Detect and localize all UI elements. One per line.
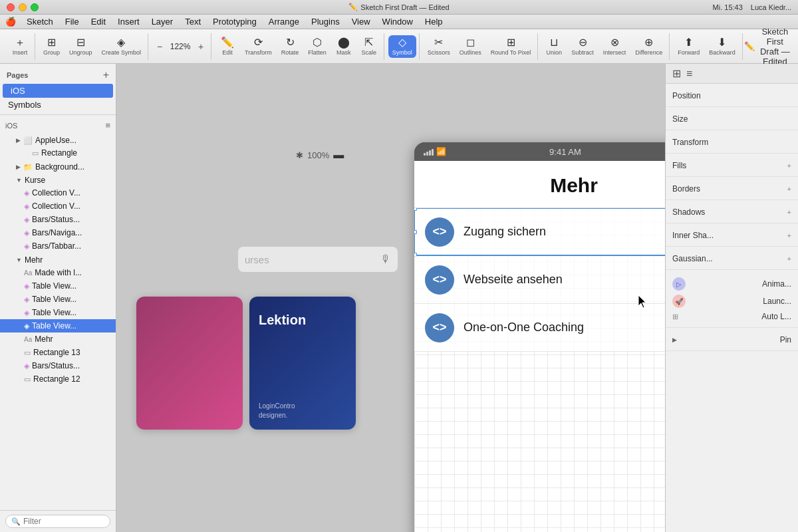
zoom-in-button[interactable]: + [195,41,207,53]
mic-icon[interactable]: 🎙 [380,253,391,265]
layer-bars-naviga[interactable]: ◈ Bars/Naviga... [0,226,116,239]
flatten-button[interactable]: ⬡ Flatten [304,35,331,58]
layer-rect12[interactable]: ▭ Rectangle 12 [0,372,116,386]
layer-collection-v2[interactable]: ◈ Collection V... [0,200,116,213]
transform-button[interactable]: ⟳ Transform [241,35,276,58]
fills-label[interactable]: Fills [672,161,686,170]
position-label[interactable]: Position [672,91,701,100]
borders-label[interactable]: Borders [672,184,700,194]
inner-shadow-label[interactable]: Inner Sha... [672,231,714,240]
fills-add-btn[interactable]: + [787,162,791,170]
insert-icon: ＋ [15,37,25,48]
maximize-button[interactable] [31,3,39,11]
layer-rect13[interactable]: ▭ Rectangle 13 [0,346,116,359]
ungroup-button[interactable]: ⊟ Ungroup [65,35,96,58]
scale-icon: ⇱ [364,37,373,48]
animate-label[interactable]: Anima... [762,279,791,289]
layers-view-toggle[interactable]: ≡ [105,120,110,130]
outlines-button[interactable]: ◻ Outlines [456,35,485,58]
layer-mehr-text[interactable]: Aa Mehr [0,332,116,346]
shadows-label[interactable]: Shadows [672,207,705,217]
apple-logo[interactable]: 🍎 [5,17,16,27]
menu-sketch[interactable]: Sketch [21,15,59,29]
slide-card-2-title: Lektion [259,311,346,329]
pin-label[interactable]: Pin [780,335,791,344]
layer-bars-status2[interactable]: ◈ Bars/Status... [0,359,116,372]
layer-bars-status[interactable]: ◈ Bars/Status... [0,213,116,226]
layer-mehr-group-label: Mehr [25,255,43,265]
insert-button[interactable]: ＋ Insert [8,35,32,58]
menu-window[interactable]: Window [377,15,418,29]
borders-add-btn[interactable]: + [787,185,791,193]
scissors-icon: ✂ [434,37,443,48]
scale-button[interactable]: ⇱ Scale [357,35,381,58]
path-tools: ✂ Scissors ◻ Outlines ⊞ Round To Pixel [421,33,538,60]
size-label[interactable]: Size [672,114,688,124]
phone-list-item-3[interactable]: <> One-on-One Coaching › [414,304,665,352]
insert-group: ＋ Insert [5,33,35,60]
add-page-button[interactable]: + [103,69,109,81]
menu-insert[interactable]: Insert [112,15,145,29]
union-button[interactable]: ⊔ Union [542,35,566,58]
group-button[interactable]: ⊞ Group [39,35,64,58]
layer-group-appleuse[interactable]: ▶ ⬜ AppleUse... [0,133,116,146]
zoom-out-button[interactable]: − [154,41,166,53]
create-symbol-button[interactable]: ◈ Create Symbol [98,35,146,58]
menu-plugins[interactable]: Plugins [306,15,345,29]
intersect-button[interactable]: ⊗ Intersect [599,35,630,58]
courses-search-bar[interactable]: urses 🎙 [238,247,398,272]
handle-ml[interactable] [414,230,417,234]
rotate-button[interactable]: ↻ Rotate [277,35,303,58]
layer-collection-v1[interactable]: ◈ Collection V... [0,186,116,200]
page-ios[interactable]: iOS [3,84,113,98]
gaussian-label[interactable]: Gaussian... [672,254,713,263]
filter-input[interactable] [23,517,104,526]
phone-list-item-2[interactable]: <> Webseite ansehen › [414,256,665,304]
menu-prototyping[interactable]: Prototyping [207,15,262,29]
gaussian-add-btn[interactable]: + [787,255,791,263]
layer-tableview3[interactable]: ◈ Table View... [0,306,116,319]
page-symbols[interactable]: Symbols [0,98,116,112]
difference-button[interactable]: ⊕ Difference [631,35,666,58]
close-button[interactable] [7,3,15,11]
layer-tableview4[interactable]: ◈ Table View... [0,319,116,332]
menu-edit[interactable]: Edit [86,15,111,29]
layer-group-kurse[interactable]: ▼ Kurse [0,173,116,186]
shadows-add-btn[interactable]: + [787,208,791,216]
layer-tableview1[interactable]: ◈ Table View... [0,279,116,293]
menu-view[interactable]: View [346,15,376,29]
layer-group-mehr[interactable]: ▼ Mehr [0,253,116,266]
menu-file[interactable]: File [60,15,84,29]
menu-arrange[interactable]: Arrange [263,15,305,29]
subtract-button[interactable]: ⊖ Subtract [567,35,598,58]
slide-card-1[interactable] [136,297,243,430]
menu-help[interactable]: Help [420,15,448,29]
minimize-button[interactable] [19,3,27,11]
symbol-icon-3: ◈ [24,215,29,224]
round-to-pixel-button[interactable]: ⊞ Round To Pixel [487,35,535,58]
phone-list-item-1[interactable]: <> Zugang sichern › [414,208,665,256]
slide-card-2[interactable]: Lektion LoginControdesignen. [249,297,356,430]
launch-label[interactable]: Launc... [763,297,791,306]
layer-tableview2[interactable]: ◈ Table View... [0,293,116,306]
inspector-view-btn-1[interactable]: ⊞ [672,67,681,80]
inner-shadow-add-btn[interactable]: + [787,231,791,239]
edit-button[interactable]: ✏️ Edit [215,35,239,58]
auto-layout-label[interactable]: Auto L... [761,312,791,321]
forward-button[interactable]: ⬆ Forward [674,35,704,58]
menu-layer[interactable]: Layer [146,15,179,29]
launch-row: 🚀 Launc... [672,293,791,310]
mask-button[interactable]: ⬤ Mask [332,35,356,58]
layer-bars-tabbar[interactable]: ◈ Bars/Tabbar... [0,239,116,253]
scissors-button[interactable]: ✂ Scissors [424,35,454,58]
canvas-area[interactable]: ✱ 100% ▬ Mehr urses 🎙 Lektion LoginContr… [116,64,665,532]
layer-rectangle[interactable]: ▭ Rectangle [0,146,116,160]
menu-text[interactable]: Text [180,15,206,29]
symbol-button[interactable]: ◇ Symbol [388,35,416,58]
inspector-view-btn-2[interactable]: ≡ [686,68,692,80]
layer-group-background[interactable]: ▶ 📁 Background... [0,160,116,173]
layer-made-with[interactable]: Aa Made with l... [0,266,116,279]
handle-tl[interactable] [414,208,417,211]
transform-label[interactable]: Transform [672,138,708,147]
backward-button[interactable]: ⬇ Backward [705,35,739,58]
